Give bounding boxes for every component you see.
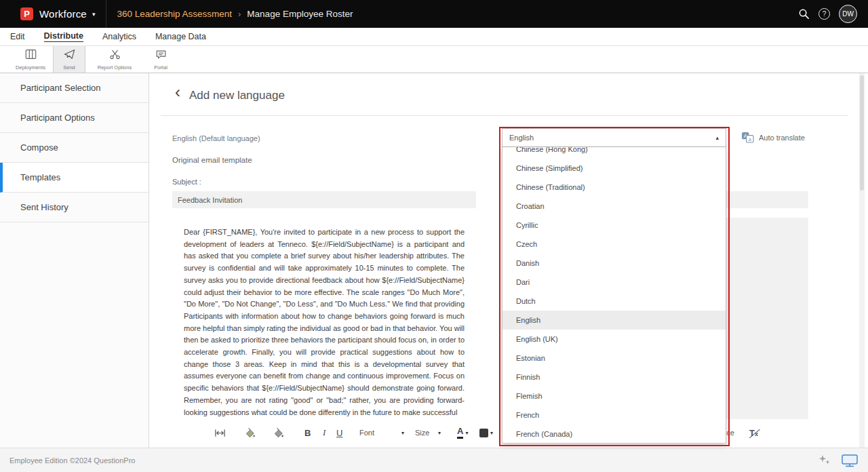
breadcrumb: 360 Leadership Assessment › Manage Emplo…	[117, 9, 353, 19]
translate-icon: Aa	[741, 132, 754, 143]
send-icon	[63, 48, 76, 63]
scrollbar-track[interactable]	[859, 73, 865, 448]
language-dropdown: English ▴ Chinese (Hong Kong) Chinese (S…	[502, 128, 726, 444]
language-option[interactable]: Estonian	[502, 349, 726, 368]
language-option[interactable]: Flemish	[502, 387, 726, 406]
language-option-list: Chinese (Hong Kong) Chinese (Simplified)…	[502, 147, 726, 444]
italic-button[interactable]: I	[323, 424, 326, 441]
toolbar-deployments[interactable]: Deployments	[8, 46, 53, 73]
toolbar-label-deployments: Deployments	[16, 64, 45, 71]
main-menu: Edit Distribute Analytics Manage Data	[0, 28, 868, 46]
sidebar-item-compose[interactable]: Compose	[0, 133, 149, 163]
breadcrumb-project[interactable]: 360 Leadership Assessment	[117, 9, 232, 19]
page-title: Add new language	[189, 89, 285, 102]
topbar-divider	[106, 0, 106, 28]
auto-translate-button[interactable]: Aa Auto translate	[741, 132, 805, 143]
distribute-toolbar: Deployments Send Report Options Portal	[0, 46, 868, 73]
subject-input[interactable]	[172, 191, 476, 208]
language-option[interactable]: English (UK)	[502, 330, 726, 349]
language-option[interactable]: Chinese (Simplified)	[502, 159, 726, 178]
caret-down-icon: ▾	[401, 430, 404, 436]
toolbar-portal[interactable]: Portal	[144, 46, 178, 73]
caret-down-icon: ▾	[490, 430, 493, 436]
language-option[interactable]: Finnish	[502, 368, 726, 387]
sidebar: Participant Selection Participant Option…	[0, 73, 149, 448]
brand-caret-down-icon[interactable]: ▾	[92, 11, 96, 18]
language-option[interactable]: Czech	[502, 235, 726, 254]
chat-bubble-icon	[155, 48, 167, 63]
language-option[interactable]: Dari	[502, 273, 726, 292]
auto-translate-label: Auto translate	[759, 134, 805, 142]
scissors-icon	[108, 48, 121, 63]
menu-edit[interactable]: Edit	[10, 32, 25, 41]
language-option[interactable]: Dutch	[502, 292, 726, 311]
brand-workforce[interactable]: Workforce	[39, 8, 87, 20]
remove-format-button[interactable]: Tx	[749, 424, 758, 441]
underline-button[interactable]: U	[336, 424, 342, 441]
toolbar-send[interactable]: Send	[53, 46, 85, 73]
size-dropdown[interactable]: Size ▾	[415, 424, 441, 441]
toolbar-report-options[interactable]: Report Options	[85, 46, 144, 73]
language-option[interactable]: Chinese (Traditional)	[502, 178, 726, 197]
footer-icons	[818, 454, 859, 467]
scrollbar-thumb[interactable]	[860, 75, 864, 191]
footer: Employee Edition ©2024 QuestionPro	[0, 448, 868, 472]
paint-bucket-fill-icon[interactable]	[244, 424, 256, 441]
original-template-label: Original email template	[172, 156, 252, 164]
sidebar-item-participant-options[interactable]: Participant Options	[0, 103, 149, 133]
sparkles-icon[interactable]	[818, 454, 831, 467]
help-icon[interactable]: ?	[818, 8, 830, 20]
monitor-icon[interactable]	[841, 454, 859, 467]
text-color-dropdown[interactable]: A ▾	[457, 424, 468, 441]
default-language-label: English (Default language)	[172, 134, 260, 142]
language-option[interactable]: Cyrillic	[502, 216, 726, 235]
language-selected-value: English	[502, 134, 534, 142]
background-color-swatch-icon	[479, 429, 488, 437]
caret-down-icon: ▾	[438, 430, 441, 436]
app-window: P Workforce ▾ 360 Leadership Assessment …	[0, 0, 868, 472]
toolbar-label-send: Send	[63, 64, 75, 71]
language-option-selected[interactable]: English	[502, 311, 726, 330]
caret-down-icon: ▾	[465, 430, 468, 436]
toolbar-label-report-options: Report Options	[98, 64, 132, 71]
menu-analytics[interactable]: Analytics	[102, 32, 136, 41]
language-option[interactable]: Danish	[502, 254, 726, 273]
expand-width-icon[interactable]	[214, 424, 226, 441]
font-dropdown-label: Font	[359, 429, 374, 437]
toolbar-label-portal: Portal	[154, 64, 167, 71]
background-bucket-fill-icon[interactable]	[273, 424, 284, 441]
header-divider	[161, 115, 848, 116]
background-color-dropdown[interactable]: ▾	[479, 424, 493, 441]
size-dropdown-label: Size	[415, 429, 429, 437]
caret-up-icon: ▴	[715, 134, 719, 141]
email-body-editor[interactable]: Dear {FIRST_NAME}, You're invited to par…	[172, 218, 476, 419]
subject-label: Subject :	[172, 178, 201, 186]
sidebar-item-participant-selection[interactable]: Participant Selection	[0, 73, 149, 103]
menu-manage-data[interactable]: Manage Data	[155, 32, 206, 41]
language-option[interactable]: French (Canada)	[502, 425, 726, 444]
language-select-control[interactable]: English ▴	[502, 128, 726, 147]
questionpro-logo-icon[interactable]: P	[20, 7, 33, 20]
search-icon[interactable]	[798, 8, 810, 20]
footer-edition-text: Employee Edition ©2024 QuestionPro	[9, 456, 135, 465]
language-option[interactable]: Croatian	[502, 197, 726, 216]
user-avatar[interactable]: DW	[839, 5, 857, 23]
svg-text:a: a	[749, 137, 751, 142]
menu-distribute[interactable]: Distribute	[44, 31, 83, 42]
main-content: ‹ Add new language English (Default lang…	[150, 73, 868, 448]
language-option[interactable]: French	[502, 406, 726, 425]
breadcrumb-chevron-icon: ›	[238, 9, 241, 19]
bold-button[interactable]: B	[304, 424, 311, 441]
deployments-board-icon	[24, 48, 37, 63]
breadcrumb-current-page: Manage Employee Roster	[247, 9, 353, 19]
top-bar: P Workforce ▾ 360 Leadership Assessment …	[0, 0, 868, 28]
sidebar-item-templates[interactable]: Templates	[0, 163, 149, 193]
font-dropdown[interactable]: Font ▾	[359, 424, 404, 441]
sidebar-item-sent-history[interactable]: Sent History	[0, 193, 149, 222]
language-option[interactable]: Chinese (Hong Kong)	[502, 147, 726, 159]
topbar-actions: ? DW	[798, 5, 857, 23]
text-color-a-icon: A	[457, 427, 463, 438]
remove-format-tx-icon: Tx	[749, 428, 758, 438]
back-button[interactable]: ‹	[175, 84, 180, 100]
